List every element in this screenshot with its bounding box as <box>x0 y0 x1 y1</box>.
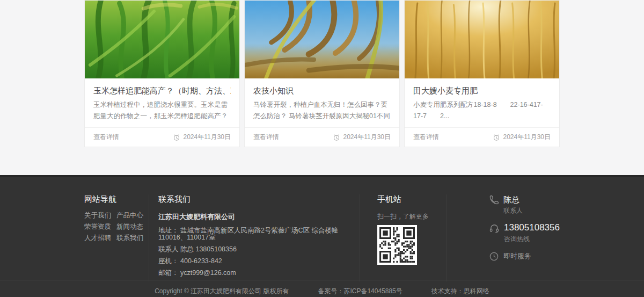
qr-scan-tip: 扫一扫，了解更多 <box>377 212 447 221</box>
contact-landline: 座机： 400-6233-842 <box>158 258 351 265</box>
footer-link-about[interactable]: 关于我们 <box>84 212 116 219</box>
view-details-link[interactable]: 查看详情 <box>413 133 439 142</box>
clock-icon <box>489 251 499 262</box>
news-card-body: 田大嫂小麦专用肥 小麦专用肥系列配方18-18-8 22-16-417-17-7… <box>405 78 559 127</box>
news-section: 玉米怎样追肥能高产？（时期、方法、次数、数量... 玉米种植过程中，追肥浇水很重… <box>0 0 644 175</box>
quick-hotline-number: 13805108356 <box>504 222 560 233</box>
copyright-text: Copyright © 江苏田大嫂肥料有限公司 版权所有 <box>155 287 289 296</box>
quick-hotline-label: 咨询热线 <box>504 235 560 244</box>
news-card-excerpt: 玉米种植过程中，追肥浇水很重要。玉米是需肥量大的作物之一，那玉米怎样追肥能高产？… <box>93 99 231 122</box>
news-card-wheat-fertilizer[interactable]: 田大嫂小麦专用肥 小麦专用肥系列配方18-18-8 22-16-417-17-7… <box>404 0 560 147</box>
qr-pattern <box>379 227 415 263</box>
contact-email: 邮箱： yczt999@126.com <box>158 270 351 277</box>
rice-ears-photo <box>245 1 399 78</box>
quick-hotline-row: 13805108356 咨询热线 <box>489 222 560 244</box>
footer-link-contact[interactable]: 联系我们 <box>116 235 149 242</box>
news-card-body: 玉米怎样追肥能高产？（时期、方法、次数、数量... 玉米种植过程中，追肥浇水很重… <box>85 78 239 127</box>
news-card-excerpt: 小麦专用肥系列配方18-18-8 22-16-417-17-7 2... <box>413 99 551 122</box>
news-card-footer: 查看详情 2024年11月30日 <box>85 127 239 147</box>
phone-handset-icon <box>489 195 499 205</box>
view-details-link[interactable]: 查看详情 <box>93 133 119 142</box>
news-card-footer: 查看详情 2024年11月30日 <box>245 127 399 147</box>
news-card-date: 2024年11月30日 <box>173 133 231 142</box>
alarm-clock-icon <box>493 134 500 141</box>
footer-quick-contact-column: 陈总 联系人 13805108356 咨询热线 <box>447 194 560 281</box>
icp-record-text: 备案号：苏ICP备14045885号 <box>318 287 402 296</box>
contact-person: 联系人 陈总 13805108356 <box>158 246 351 253</box>
news-card-footer: 查看详情 2024年11月30日 <box>405 127 559 147</box>
news-card-agritech[interactable]: 农技小知识 马铃薯开裂，种植户血本无归！怎么回事？要怎么防治？ 马铃薯块茎开裂原… <box>244 0 400 147</box>
company-name: 江苏田大嫂肥料有限公司 <box>158 212 351 222</box>
footer-nav-heading: 网站导航 <box>84 194 149 205</box>
alarm-clock-icon <box>173 134 180 141</box>
footer-mobile-column: 手机站 扫一扫，了解更多 <box>360 194 447 281</box>
news-card-date: 2024年11月30日 <box>493 133 551 142</box>
news-card-excerpt: 马铃薯开裂，种植户血本无归！怎么回事？要怎么防治？ 马铃薯块茎开裂原因大揭秘01… <box>253 99 391 122</box>
alarm-clock-icon <box>333 134 340 141</box>
news-card-date: 2024年11月30日 <box>333 133 391 142</box>
copyright-bar: Copyright © 江苏田大嫂肥料有限公司 版权所有 备案号：苏ICP备14… <box>0 280 644 297</box>
footer-link-honors[interactable]: 荣誉资质 <box>84 223 116 230</box>
view-details-link[interactable]: 查看详情 <box>253 133 279 142</box>
quick-person-name: 陈总 <box>503 194 523 205</box>
news-card-body: 农技小知识 马铃薯开裂，种植户血本无归！怎么回事？要怎么防治？ 马铃薯块茎开裂原… <box>245 78 399 127</box>
quick-person-row: 陈总 联系人 <box>489 194 560 215</box>
news-card-list: 玉米怎样追肥能高产？（时期、方法、次数、数量... 玉米种植过程中，追肥浇水很重… <box>84 0 560 147</box>
news-card-title: 田大嫂小麦专用肥 <box>413 85 551 97</box>
news-card-title: 农技小知识 <box>253 85 391 97</box>
footer-mobile-heading: 手机站 <box>377 194 447 205</box>
footer: 网站导航 关于我们 产品中心 荣誉资质 新闻动态 人才招聘 联系我们 联系我们 … <box>0 175 644 280</box>
footer-contact-column: 联系我们 江苏田大嫂肥料有限公司 地址： 盐城市盐南高新区人民南路2号紫薇广场C… <box>149 194 360 281</box>
footer-contact-heading: 联系我们 <box>158 194 351 205</box>
quick-service-label: 即时服务 <box>503 251 531 262</box>
corn-field-photo <box>85 1 239 78</box>
tech-support-text: 技术支持：思科网络 <box>431 287 489 296</box>
contact-address: 地址： 盐城市盐南高新区人民南路2号紫薇广场C区 综合楼幢110016、1100… <box>158 227 351 241</box>
news-card-title: 玉米怎样追肥能高产？（时期、方法、次数、数量... <box>93 85 231 97</box>
wheat-field-photo <box>405 1 559 78</box>
footer-link-products[interactable]: 产品中心 <box>116 212 149 219</box>
quick-service-row: 即时服务 <box>489 251 560 262</box>
qr-code <box>377 225 417 265</box>
news-card-corn[interactable]: 玉米怎样追肥能高产？（时期、方法、次数、数量... 玉米种植过程中，追肥浇水很重… <box>84 0 240 147</box>
footer-link-news[interactable]: 新闻动态 <box>116 223 149 230</box>
footer-link-careers[interactable]: 人才招聘 <box>84 235 116 242</box>
quick-person-label: 联系人 <box>503 206 523 215</box>
footer-nav-column: 网站导航 关于我们 产品中心 荣誉资质 新闻动态 人才招聘 联系我们 <box>84 194 149 281</box>
footer-nav-links: 关于我们 产品中心 荣誉资质 新闻动态 人才招聘 联系我们 <box>84 212 149 242</box>
headset-icon <box>489 223 500 234</box>
